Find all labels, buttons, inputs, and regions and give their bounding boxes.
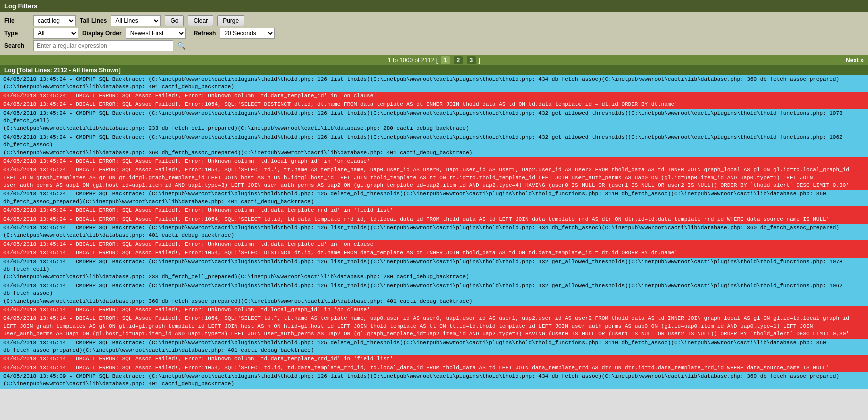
top-bar: Log Filters — [0, 0, 868, 12]
log-row: 04/05/2018 13:45:24 - DBCALL ERROR: SQL … — [0, 166, 868, 190]
log-row: 04/05/2018 13:45:24 - DBCALL ERROR: SQL … — [0, 157, 868, 166]
refresh-select[interactable]: 20 Seconds30 Seconds1 Minute5 Minutes — [220, 28, 275, 39]
pagination-summary: 1 to 1000 of 2112 [ 1 2 3 ] — [388, 57, 480, 64]
search-label: Search — [4, 42, 29, 49]
log-row: 04/05/2018 13:45:14 - DBCALL ERROR: SQL … — [0, 249, 868, 257]
log-row: 04/05/2018 13:45:14 - CMDPHP SQL Backtra… — [0, 258, 868, 282]
type-select[interactable]: AllWARNERRORDEBUG — [33, 28, 78, 39]
log-row: 04/05/2018 13:45:14 - CMDPHP SQL Backtra… — [0, 339, 868, 355]
pagination-bar: 1 to 1000 of 2112 [ 1 2 3 ] Next » — [0, 55, 868, 65]
type-label: Type — [4, 30, 29, 37]
log-row: 04/05/2018 13:45:14 - DBCALL ERROR: SQL … — [0, 364, 868, 372]
display-order-label: Display Order — [82, 30, 122, 37]
log-row: 04/05/2018 13:45:24 - CMDPHP SQL Backtra… — [0, 109, 868, 133]
log-row: 04/05/2018 13:45:09 - CMDPHP SQL Backtra… — [0, 372, 868, 389]
log-row: 04/05/2018 13:45:24 - DBCALL ERROR: SQL … — [0, 215, 868, 224]
log-row: 04/05/2018 13:45:24 - DBCALL ERROR: SQL … — [0, 92, 868, 100]
display-order-select[interactable]: Newest FirstOldest First — [126, 28, 186, 39]
log-row: 04/05/2018 13:45:24 - CMDPHP SQL Backtra… — [0, 190, 868, 206]
page-3-link[interactable]: 3 — [467, 56, 476, 64]
top-bar-title: Log Filters — [4, 2, 37, 10]
log-row: 04/05/2018 13:45:14 - CMDPHP SQL Backtra… — [0, 224, 868, 240]
clear-button[interactable]: Clear — [188, 15, 213, 26]
file-select[interactable]: cacti.logcacti.log.1cacti.log.2 — [33, 15, 76, 26]
log-row: 04/05/2018 13:45:14 - DBCALL ERROR: SQL … — [0, 355, 868, 363]
search-input[interactable] — [33, 40, 173, 51]
purge-button[interactable]: Purge — [217, 15, 244, 26]
search-icon[interactable]: 🔍 — [177, 42, 186, 50]
tail-lines-label: Tail Lines — [80, 17, 107, 24]
page-2-link[interactable]: 2 — [454, 56, 463, 64]
log-row: 04/05/2018 13:45:24 - CMDPHP SQL Backtra… — [0, 75, 868, 92]
log-header: Log [Total Lines: 2112 - All Items Shown… — [0, 65, 868, 75]
tail-lines-select[interactable]: All Lines1005001000 — [111, 15, 161, 26]
log-row: 04/05/2018 13:45:24 - DBCALL ERROR: SQL … — [0, 206, 868, 215]
go-button[interactable]: Go — [165, 15, 184, 26]
log-row: 04/05/2018 13:45:14 - DBCALL ERROR: SQL … — [0, 240, 868, 249]
refresh-label: Refresh — [194, 30, 216, 37]
log-row: 04/05/2018 13:45:24 - CMDPHP SQL Backtra… — [0, 133, 868, 157]
log-row: 04/05/2018 13:45:14 - CMDPHP SQL Backtra… — [0, 282, 868, 306]
log-row: 04/05/2018 13:45:24 - DBCALL ERROR: SQL … — [0, 100, 868, 109]
filters-section: File cacti.logcacti.log.1cacti.log.2 Tai… — [0, 12, 868, 55]
next-button[interactable]: Next » — [846, 57, 864, 64]
page-1-link[interactable]: 1 — [441, 56, 450, 64]
log-row: 04/05/2018 13:45:14 - DBCALL ERROR: SQL … — [0, 314, 868, 338]
log-container[interactable]: 04/05/2018 13:45:24 - CMDPHP SQL Backtra… — [0, 75, 868, 389]
log-row: 04/05/2018 13:45:14 - DBCALL ERROR: SQL … — [0, 306, 868, 314]
file-label: File — [4, 17, 29, 24]
